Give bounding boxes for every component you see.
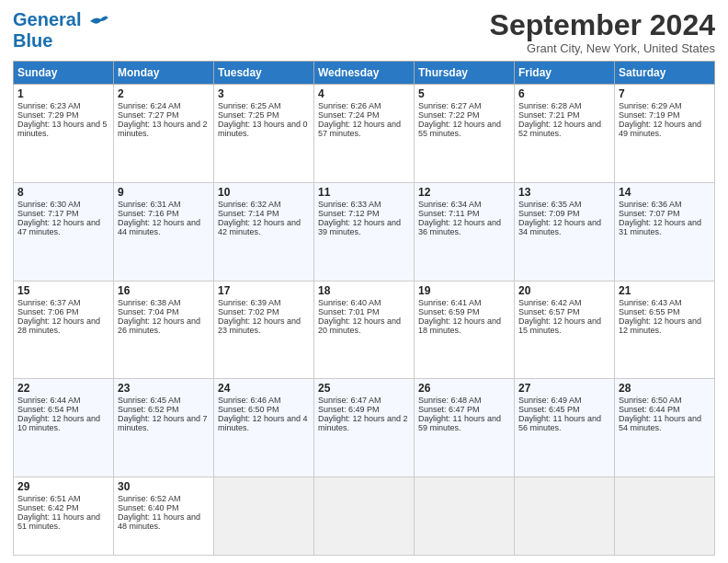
calendar-cell — [615, 477, 715, 556]
day-number: 12 — [418, 186, 510, 199]
sunrise-label: Sunrise: 6:29 AM — [619, 101, 682, 110]
calendar-cell: 8 Sunrise: 6:30 AM Sunset: 7:17 PM Dayli… — [14, 182, 114, 281]
sunrise-label: Sunrise: 6:38 AM — [118, 298, 181, 307]
sunset-label: Sunset: 6:59 PM — [418, 307, 480, 316]
sunrise-label: Sunrise: 6:32 AM — [218, 200, 281, 209]
sunrise-label: Sunrise: 6:34 AM — [418, 200, 482, 209]
sunrise-label: Sunrise: 6:24 AM — [118, 101, 181, 110]
calendar-cell: 6 Sunrise: 6:28 AM Sunset: 7:21 PM Dayli… — [515, 85, 615, 183]
day-number: 15 — [17, 284, 109, 297]
calendar-cell: 18 Sunrise: 6:40 AM Sunset: 7:01 PM Dayl… — [314, 281, 415, 379]
sunrise-label: Sunrise: 6:42 AM — [518, 298, 582, 307]
sunset-label: Sunset: 7:12 PM — [318, 209, 380, 218]
day-number: 21 — [619, 284, 711, 297]
sunset-label: Sunset: 6:44 PM — [619, 405, 680, 414]
sunrise-label: Sunrise: 6:43 AM — [619, 298, 682, 307]
daylight-label: Daylight: 12 hours and 20 minutes. — [318, 316, 401, 335]
sunrise-label: Sunrise: 6:37 AM — [17, 298, 81, 307]
day-number: 19 — [418, 284, 510, 297]
col-thursday: Thursday — [415, 62, 515, 85]
day-number: 26 — [418, 382, 510, 395]
sunrise-label: Sunrise: 6:23 AM — [17, 101, 81, 110]
day-number: 20 — [518, 284, 610, 297]
daylight-label: Daylight: 12 hours and 28 minutes. — [17, 316, 100, 335]
sunset-label: Sunset: 7:01 PM — [318, 307, 380, 316]
calendar-cell: 11 Sunrise: 6:33 AM Sunset: 7:12 PM Dayl… — [314, 182, 415, 281]
day-number: 14 — [619, 186, 711, 199]
sunrise-label: Sunrise: 6:33 AM — [318, 200, 381, 209]
sunrise-label: Sunrise: 6:36 AM — [619, 200, 682, 209]
calendar-cell: 1 Sunrise: 6:23 AM Sunset: 7:29 PM Dayli… — [14, 85, 114, 183]
calendar-cell: 30 Sunrise: 6:52 AM Sunset: 6:40 PM Dayl… — [114, 477, 214, 556]
daylight-label: Daylight: 12 hours and 55 minutes. — [418, 120, 501, 138]
sunset-label: Sunset: 6:54 PM — [17, 405, 79, 414]
sunset-label: Sunset: 6:40 PM — [118, 503, 179, 512]
calendar-cell — [314, 477, 415, 556]
sunset-label: Sunset: 7:02 PM — [218, 307, 279, 316]
calendar-cell: 10 Sunrise: 6:32 AM Sunset: 7:14 PM Dayl… — [214, 182, 314, 281]
calendar-cell: 27 Sunrise: 6:49 AM Sunset: 6:45 PM Dayl… — [515, 379, 615, 477]
sunrise-label: Sunrise: 6:52 AM — [118, 494, 181, 503]
daylight-label: Daylight: 12 hours and 12 minutes. — [619, 316, 701, 335]
day-number: 10 — [218, 186, 310, 199]
sunset-label: Sunset: 7:14 PM — [218, 209, 279, 218]
calendar-cell: 7 Sunrise: 6:29 AM Sunset: 7:19 PM Dayli… — [615, 85, 715, 183]
daylight-label: Daylight: 12 hours and 15 minutes. — [518, 316, 601, 335]
sunset-label: Sunset: 6:49 PM — [318, 405, 380, 414]
daylight-label: Daylight: 12 hours and 18 minutes. — [418, 316, 501, 335]
day-number: 4 — [318, 87, 410, 100]
location: Grant City, New York, United States — [490, 41, 715, 55]
calendar-cell: 24 Sunrise: 6:46 AM Sunset: 6:50 PM Dayl… — [214, 379, 314, 477]
sunset-label: Sunset: 7:06 PM — [17, 307, 79, 316]
sunset-label: Sunset: 7:27 PM — [118, 110, 179, 120]
daylight-label: Daylight: 12 hours and 49 minutes. — [619, 120, 701, 138]
daylight-label: Daylight: 12 hours and 23 minutes. — [218, 316, 301, 335]
month-title: September 2024 — [490, 9, 715, 41]
day-number: 6 — [518, 87, 610, 100]
calendar-cell: 5 Sunrise: 6:27 AM Sunset: 7:22 PM Dayli… — [415, 85, 515, 183]
daylight-label: Daylight: 12 hours and 7 minutes. — [118, 414, 208, 432]
sunset-label: Sunset: 6:45 PM — [518, 405, 580, 414]
sunset-label: Sunset: 7:11 PM — [418, 209, 480, 218]
day-number: 24 — [218, 382, 310, 395]
sunrise-label: Sunrise: 6:49 AM — [518, 396, 582, 405]
bird-icon — [88, 14, 108, 29]
sunset-label: Sunset: 6:50 PM — [218, 405, 279, 414]
sunrise-label: Sunrise: 6:25 AM — [218, 101, 281, 110]
calendar-cell: 17 Sunrise: 6:39 AM Sunset: 7:02 PM Dayl… — [214, 281, 314, 379]
day-number: 11 — [318, 186, 410, 199]
sunset-label: Sunset: 6:55 PM — [619, 307, 680, 316]
sunset-label: Sunset: 6:52 PM — [118, 405, 179, 414]
calendar-cell: 2 Sunrise: 6:24 AM Sunset: 7:27 PM Dayli… — [114, 85, 214, 183]
page: General Blue September 2024 Grant City, … — [0, 0, 728, 563]
sunrise-label: Sunrise: 6:51 AM — [17, 494, 81, 503]
sunset-label: Sunset: 7:25 PM — [218, 110, 279, 120]
daylight-label: Daylight: 12 hours and 39 minutes. — [318, 218, 401, 236]
daylight-label: Daylight: 12 hours and 4 minutes. — [218, 414, 308, 432]
daylight-label: Daylight: 11 hours and 54 minutes. — [619, 414, 701, 432]
day-number: 23 — [118, 382, 210, 395]
col-sunday: Sunday — [14, 62, 114, 85]
calendar-cell: 9 Sunrise: 6:31 AM Sunset: 7:16 PM Dayli… — [114, 182, 214, 281]
sunset-label: Sunset: 6:57 PM — [518, 307, 580, 316]
sunrise-label: Sunrise: 6:35 AM — [518, 200, 582, 209]
sunset-label: Sunset: 6:47 PM — [418, 405, 480, 414]
calendar-cell: 29 Sunrise: 6:51 AM Sunset: 6:42 PM Dayl… — [14, 477, 114, 556]
calendar-cell: 16 Sunrise: 6:38 AM Sunset: 7:04 PM Dayl… — [114, 281, 214, 379]
daylight-label: Daylight: 12 hours and 52 minutes. — [518, 120, 601, 138]
daylight-label: Daylight: 13 hours and 2 minutes. — [118, 120, 208, 138]
calendar-cell: 25 Sunrise: 6:47 AM Sunset: 6:49 PM Dayl… — [314, 379, 415, 477]
day-number: 3 — [218, 87, 310, 100]
daylight-label: Daylight: 12 hours and 10 minutes. — [17, 414, 100, 432]
calendar-cell: 13 Sunrise: 6:35 AM Sunset: 7:09 PM Dayl… — [515, 182, 615, 281]
sunset-label: Sunset: 7:29 PM — [17, 110, 79, 120]
sunset-label: Sunset: 7:16 PM — [118, 209, 179, 218]
daylight-label: Daylight: 11 hours and 59 minutes. — [418, 414, 501, 432]
sunset-label: Sunset: 7:04 PM — [118, 307, 179, 316]
calendar-cell: 21 Sunrise: 6:43 AM Sunset: 6:55 PM Dayl… — [615, 281, 715, 379]
day-number: 29 — [17, 480, 109, 493]
daylight-label: Daylight: 11 hours and 51 minutes. — [17, 512, 100, 531]
col-wednesday: Wednesday — [314, 62, 415, 85]
day-number: 16 — [118, 284, 210, 297]
calendar-cell: 19 Sunrise: 6:41 AM Sunset: 6:59 PM Dayl… — [415, 281, 515, 379]
